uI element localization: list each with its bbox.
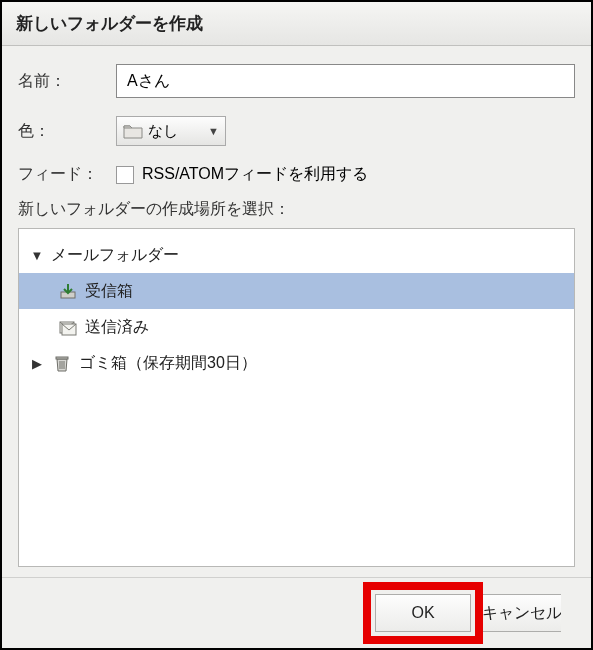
name-label: 名前： — [18, 71, 116, 92]
dialog-content: 名前： 色： なし ▼ フィード： RSS/ATOMフィードを利用する 新しいフ — [2, 46, 591, 648]
location-label: 新しいフォルダーの作成場所を選択： — [18, 199, 575, 220]
tree-root-label: メールフォルダー — [51, 245, 179, 266]
tree-root-mail[interactable]: ▼ メールフォルダー — [19, 237, 574, 273]
cancel-clip: キャンセル — [483, 594, 561, 632]
create-folder-dialog: 新しいフォルダーを作成 名前： 色： なし ▼ フィード： RSS/ — [0, 0, 593, 650]
tree-root-label: ゴミ箱（保存期間30日） — [79, 353, 257, 374]
feed-checkbox-label: RSS/ATOMフィードを利用する — [142, 164, 368, 185]
dialog-title: 新しいフォルダーを作成 — [2, 2, 591, 46]
svg-rect-3 — [56, 357, 68, 359]
color-value: なし — [148, 122, 178, 141]
color-select[interactable]: なし ▼ — [116, 116, 226, 146]
trash-icon — [51, 352, 73, 374]
cancel-button[interactable]: キャンセル — [483, 594, 561, 632]
tree-item-label: 送信済み — [85, 317, 149, 338]
disclosure-triangle-closed-icon[interactable]: ▶ — [29, 356, 45, 371]
ok-highlight-annotation: OK — [365, 584, 481, 642]
color-row: 色： なし ▼ — [18, 116, 575, 146]
tree-item-label: 受信箱 — [85, 281, 133, 302]
feed-row: フィード： RSS/ATOMフィードを利用する — [18, 164, 575, 185]
name-row: 名前： — [18, 64, 575, 98]
sent-icon — [57, 316, 79, 338]
tree-root-trash[interactable]: ▶ ゴミ箱（保存期間30日） — [19, 345, 574, 381]
name-input[interactable] — [116, 64, 575, 98]
color-label: 色： — [18, 121, 116, 142]
ok-button[interactable]: OK — [375, 594, 471, 632]
tree-item-inbox[interactable]: 受信箱 — [19, 273, 574, 309]
feed-label: フィード： — [18, 164, 116, 185]
chevron-down-icon: ▼ — [208, 125, 219, 137]
folder-icon — [123, 123, 143, 139]
button-row: OK キャンセル — [18, 578, 575, 648]
folder-tree[interactable]: ▼ メールフォルダー 受信箱 — [18, 228, 575, 567]
disclosure-triangle-open-icon[interactable]: ▼ — [29, 248, 45, 263]
feed-checkbox[interactable] — [116, 166, 134, 184]
tree-item-sent[interactable]: 送信済み — [19, 309, 574, 345]
inbox-icon — [57, 280, 79, 302]
